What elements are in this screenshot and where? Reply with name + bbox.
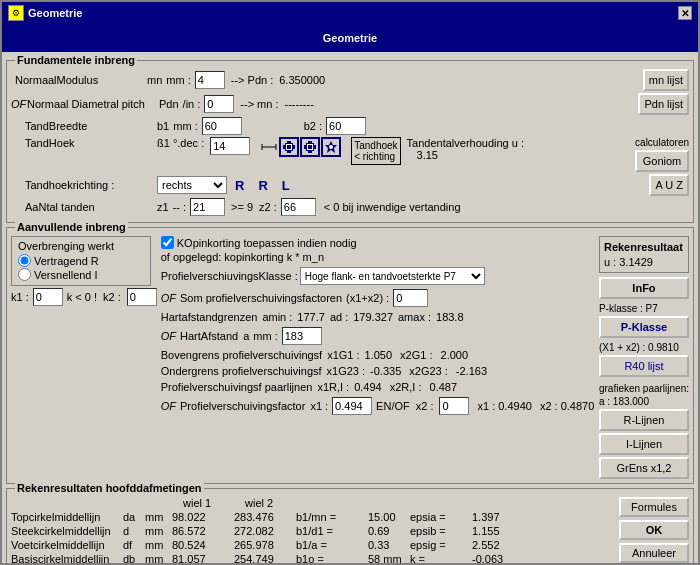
aanvullende-label: Aanvullende inbreng: [15, 221, 128, 233]
rekenresultaat-label: Rekenresultaat: [604, 241, 684, 253]
title-bar: ⚙ Geometrie ✕: [2, 2, 698, 24]
annuleer-button[interactable]: Annuleer: [619, 543, 689, 563]
df-label: df: [123, 539, 143, 551]
basis-label: Basiscirkelmiddellijn: [11, 553, 121, 565]
hartafstand-row: Hartafstandgrenzen amin : 177.7 ad : 179…: [161, 311, 595, 323]
vertragend-row: Vertragend R: [18, 254, 144, 267]
k2-input[interactable]: [127, 288, 157, 306]
epsig-value: 2.552: [472, 539, 500, 551]
b1a-value: 0.33: [368, 539, 408, 551]
wiel1-col-label: wiel 1: [183, 497, 243, 509]
x1-label: x1 :: [310, 400, 328, 412]
tandental-label: Tandentalverhouding u :: [407, 137, 524, 149]
k1-input[interactable]: [33, 288, 63, 306]
versnellend-radio[interactable]: [18, 268, 31, 281]
i-lijnen-button[interactable]: I-Lijnen: [599, 433, 689, 455]
tandhoek-richting-box: Tandhoek< richting: [351, 137, 400, 165]
mn-input[interactable]: [195, 71, 225, 89]
p-klasse-button[interactable]: P-Klasse: [599, 316, 689, 338]
x1g1-label: x1G1 :: [327, 349, 359, 361]
svg-rect-4: [287, 141, 291, 143]
ondergrens-row: Ondergrens profielverschuivingsf x1G23 :…: [161, 365, 595, 377]
vertragend-label: Vertragend R: [34, 255, 99, 267]
mm-label-b: mm: [145, 553, 170, 565]
close-button[interactable]: ✕: [678, 6, 692, 20]
header-bar: Geometrie: [2, 24, 698, 52]
x1-input[interactable]: [332, 397, 372, 415]
svg-rect-9: [287, 145, 291, 149]
svg-rect-6: [283, 145, 285, 149]
z1-label: z1: [157, 201, 169, 213]
x1-result: x1 : 0.4940: [477, 400, 531, 412]
som-label: Som profielverschuivingsfactoren: [180, 292, 342, 304]
aanvullende-group: Aanvullende inbreng Overbrenging werkt V…: [6, 227, 694, 484]
x2-input[interactable]: [439, 397, 469, 415]
x1ri-label: x1R,I :: [317, 381, 349, 393]
aanvullende-top: Overbrenging werkt Vertragend R Versnell…: [11, 236, 689, 479]
versnellend-row: Versnellend I: [18, 268, 144, 281]
fundamentele-group: Fundamentele inbreng NormaalModulus mn m…: [6, 60, 694, 223]
b1-deg-label: ß1 °.dec :: [157, 137, 204, 149]
hartafstand-label: Hartafstandgrenzen: [161, 311, 258, 323]
u-value: 3.15: [417, 149, 438, 161]
vertragend-radio[interactable]: [18, 254, 31, 267]
formules-button[interactable]: Formules: [619, 497, 689, 517]
mn-lijst-button[interactable]: mn lijst: [643, 69, 689, 91]
profiel-factor-label: Profielverschuivingsfactor: [180, 400, 305, 412]
kopinkorting-check[interactable]: [161, 236, 174, 249]
z1-input[interactable]: [190, 198, 225, 216]
b1-label: b1: [157, 120, 169, 132]
b2-input[interactable]: [326, 117, 366, 135]
k-label: k =: [410, 553, 470, 565]
k-lt0-label: k < 0 !: [67, 291, 97, 303]
mm3-label: mm :: [253, 330, 277, 342]
som-row: OF Som profielverschuivingsfactoren (x1+…: [161, 289, 595, 307]
epsib-label: epsib =: [410, 525, 470, 537]
r40-lijst-button[interactable]: R40 lijst: [599, 355, 689, 377]
ondergrens-label: Ondergrens profielverschuivingsf: [161, 365, 322, 377]
ad-value: 179.327: [353, 311, 393, 323]
mm-label-v: mm: [145, 539, 170, 551]
b1-input[interactable]: [202, 117, 242, 135]
overbrenging-group: Overbrenging werkt Vertragend R Versnell…: [11, 236, 151, 286]
k2-label: k2 :: [103, 291, 121, 303]
pdn-lijst-button[interactable]: Pdn lijst: [638, 93, 689, 115]
info-button[interactable]: InFo: [599, 277, 689, 299]
tandhoekrichting-row: Tandhoekrichting : rechts links R R L A …: [11, 174, 689, 196]
window-title: Geometrie: [28, 7, 82, 19]
pdn-input[interactable]: [204, 95, 234, 113]
normaalmodulus-label: NormaalModulus: [15, 74, 145, 86]
x1x2-input[interactable]: [393, 289, 428, 307]
ad-label: ad :: [330, 311, 348, 323]
svg-rect-16: [308, 145, 312, 149]
of-label1: OF: [11, 98, 23, 110]
app-icon: ⚙: [8, 5, 24, 21]
wiel2-col-label: wiel 2: [245, 497, 305, 509]
z2-input[interactable]: [281, 198, 316, 216]
per-in-label: /in :: [183, 98, 201, 110]
x2-result: x2 : 0.4870: [540, 400, 594, 412]
tandhoekrichting-label: Tandhoekrichting :: [25, 179, 155, 191]
mm-label-t: mm: [145, 511, 170, 523]
grens-button[interactable]: GrEns x1,2: [599, 457, 689, 479]
a-result: a : 183.000: [599, 396, 689, 407]
df1-value: 80.524: [172, 539, 232, 551]
a-input[interactable]: [282, 327, 322, 345]
main-window: ⚙ Geometrie ✕ Geometrie Fundamentele inb…: [0, 0, 700, 565]
r-lijnen-button[interactable]: R-Lijnen: [599, 409, 689, 431]
tandhoek-input[interactable]: [210, 137, 250, 155]
richting-select[interactable]: rechts links: [157, 176, 227, 194]
arrow1: --> Pdn :: [231, 74, 274, 86]
aanvullende-left: Overbrenging werkt Vertragend R Versnell…: [11, 236, 157, 479]
of2-label: OF: [161, 292, 176, 304]
ok-button[interactable]: OK: [619, 520, 689, 540]
auz-button[interactable]: A U Z: [649, 174, 689, 196]
x1g23-label: x1G23 :: [327, 365, 366, 377]
x1x2-label: (x1+x2) :: [346, 292, 389, 304]
profield-select[interactable]: Hoge flank- en tandvoetsterkte P7 Standa…: [300, 267, 485, 285]
da-label: da: [123, 511, 143, 523]
tandbreedte-label: TandBreedte: [25, 120, 155, 132]
x2-label: x2 :: [416, 400, 434, 412]
of4-row: OF Profielverschuivingsfactor x1 : EN/OF…: [161, 397, 595, 415]
goniom-button[interactable]: Goniom: [635, 150, 689, 172]
